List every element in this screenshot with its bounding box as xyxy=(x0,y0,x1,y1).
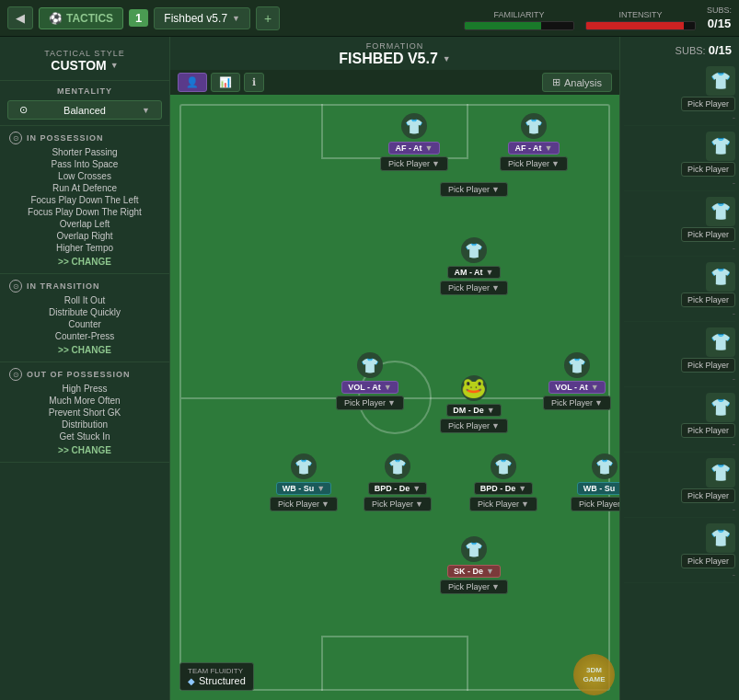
tactical-style-value[interactable]: CUSTOM ▼ xyxy=(9,58,160,73)
player-role-sk[interactable]: SK - De ▼ xyxy=(447,565,501,578)
main-layout: TACTICAL STYLE CUSTOM ▼ MENTALITY ⊙ Bala… xyxy=(0,37,739,700)
sub-slot-6: 👕 Pick Player - xyxy=(624,390,735,453)
pick-player-wb2-btn[interactable]: Pick Player ▼ xyxy=(571,497,619,511)
formation-chevron: ▼ xyxy=(443,54,451,63)
watermark-circle: 3DMGAME xyxy=(573,654,615,695)
player-role-bpd2[interactable]: BPD - De ▼ xyxy=(474,482,533,495)
list-item[interactable]: Low Crosses xyxy=(0,170,169,182)
pick-player-af1-btn[interactable]: Pick Player ▼ xyxy=(380,156,448,171)
sub-pick-btn-5[interactable]: Pick Player xyxy=(681,358,735,373)
pick-player-sk-btn[interactable]: Pick Player ▼ xyxy=(440,580,508,594)
player-role-wb2[interactable]: WB - Su ▼ xyxy=(577,482,619,495)
pitch: 👕 AF - At ▼ Pick Player ▼ 👕 AF - At ▼ Pi… xyxy=(170,95,619,700)
formation-name[interactable]: FISHBED V5.7 xyxy=(339,51,438,67)
out-of-possession-title: OUT OF POSSESSION xyxy=(27,370,131,379)
analysis-btn[interactable]: ⊞ Analysis xyxy=(542,73,612,92)
list-item[interactable]: Distribute Quickly xyxy=(0,306,169,318)
player-role-dm[interactable]: DM - De ▼ xyxy=(446,404,501,417)
formation-name-row: FISHBED V5.7 ▼ xyxy=(170,51,619,67)
list-item[interactable]: Much More Often xyxy=(0,395,169,407)
familiarity-group: FAMILIARITY xyxy=(464,10,574,30)
familiarity-label: FAMILIARITY xyxy=(493,10,544,19)
sub-pick-btn-7[interactable]: Pick Player xyxy=(681,488,735,503)
player-role-bpd1[interactable]: BPD - De ▼ xyxy=(368,482,427,495)
tactics-button[interactable]: ⚽ TACTICS xyxy=(39,7,123,29)
info-view-btn[interactable]: ℹ xyxy=(244,73,264,92)
list-item[interactable]: Focus Play Down The Right xyxy=(0,206,169,218)
out-of-possession-items: High Press Much More Often Prevent Short… xyxy=(0,383,169,442)
pick-player-vol2-btn[interactable]: Pick Player ▼ xyxy=(543,396,611,410)
sub-pick-btn-3[interactable]: Pick Player xyxy=(681,227,735,242)
list-item[interactable]: Get Stuck In xyxy=(0,430,169,442)
player-view-btn[interactable]: 👤 xyxy=(178,73,207,92)
list-item[interactable]: Distribution xyxy=(0,419,169,430)
list-item[interactable]: Overlap Right xyxy=(0,230,169,242)
list-item[interactable]: Focus Play Down The Left xyxy=(0,194,169,206)
player-icon-wb2: 👕 xyxy=(592,453,618,479)
back-button[interactable]: ◀ xyxy=(7,6,33,29)
in-possession-icon: ⊙ xyxy=(9,132,22,144)
list-item[interactable]: Counter-Press xyxy=(0,330,169,342)
sub-pick-btn-2[interactable]: Pick Player xyxy=(681,162,735,177)
subs-count: 0/15 xyxy=(708,17,731,30)
sub-pick-btn-6[interactable]: Pick Player xyxy=(681,423,735,438)
in-transition-change-btn[interactable]: >> CHANGE xyxy=(0,342,169,358)
list-item[interactable]: Roll It Out xyxy=(0,294,169,306)
sub-icon-5: 👕 xyxy=(706,327,735,357)
out-of-possession-title-row: ⊙ OUT OF POSSESSION xyxy=(0,366,169,383)
mentality-button[interactable]: ⊙ Balanced ▼ xyxy=(7,100,162,120)
list-item[interactable]: Higher Tempo xyxy=(0,242,169,254)
pick-player-af2-btn[interactable]: Pick Player ▼ xyxy=(500,156,568,171)
sub-slot-3: 👕 Pick Player - xyxy=(624,194,735,257)
pick-player-bpd2-btn[interactable]: Pick Player ▼ xyxy=(469,497,537,511)
player-role-af2[interactable]: AF - At ▼ xyxy=(508,142,559,155)
pick-player-wb1-btn[interactable]: Pick Player ▼ xyxy=(270,497,338,511)
out-of-possession-change-btn[interactable]: >> CHANGE xyxy=(0,442,169,458)
subs-header-count: 0/15 xyxy=(709,43,732,57)
in-possession-change-btn[interactable]: >> CHANGE xyxy=(0,254,169,270)
list-item[interactable]: Counter xyxy=(0,318,169,330)
sub-icon-4: 👕 xyxy=(706,262,735,292)
subs-header: SUBS: 0/15 xyxy=(624,41,735,61)
pitch-penalty-bottom xyxy=(321,636,468,691)
sub-icon-8: 👕 xyxy=(706,523,735,553)
team-fluidity: TEAM FLUIDITY ◆ Structured xyxy=(179,662,254,691)
pick-player-am-btn[interactable]: Pick Player ▼ xyxy=(440,281,508,295)
sub-dash-5: - xyxy=(733,373,735,384)
chevron-down-icon: ▼ xyxy=(232,14,240,23)
pick-player-af-extra-btn[interactable]: Pick Player ▼ xyxy=(440,182,508,197)
sub-pick-btn-1[interactable]: Pick Player xyxy=(681,97,735,111)
formation-name-btn[interactable]: Fishbed v5.7 ▼ xyxy=(154,7,250,29)
player-role-vol2[interactable]: VOL - At ▼ xyxy=(548,381,605,394)
intensity-bar xyxy=(585,21,696,30)
list-item[interactable]: Run At Defence xyxy=(0,182,169,194)
player-icon-vol2: 👕 xyxy=(564,352,590,378)
player-icon-dm: 🐸 xyxy=(461,375,487,401)
mentality-icon: ⊙ xyxy=(19,104,28,116)
pick-player-vol1-btn[interactable]: Pick Player ▼ xyxy=(336,396,404,410)
list-item[interactable]: Shorter Passing xyxy=(0,146,169,158)
player-slot-dm: 🐸 DM - De ▼ Pick Player ▼ xyxy=(440,375,508,433)
in-possession-items: Shorter Passing Pass Into Space Low Cros… xyxy=(0,146,169,254)
pick-player-dm-btn[interactable]: Pick Player ▼ xyxy=(440,419,508,433)
player-role-wb1[interactable]: WB - Su ▼ xyxy=(276,482,331,495)
player-role-am[interactable]: AM - At ▼ xyxy=(447,266,500,279)
list-item[interactable]: Pass Into Space xyxy=(0,158,169,170)
pick-player-bpd1-btn[interactable]: Pick Player ▼ xyxy=(364,497,432,511)
player-slot-af2: 👕 AF - At ▼ Pick Player ▼ xyxy=(500,113,568,171)
list-item[interactable]: Prevent Short GK xyxy=(0,407,169,419)
player-role-af1[interactable]: AF - At ▼ xyxy=(388,142,439,155)
in-possession-title: IN POSSESSION xyxy=(27,133,104,143)
list-item[interactable]: High Press xyxy=(0,383,169,395)
sub-dash-8: - xyxy=(733,569,735,580)
sub-pick-btn-4[interactable]: Pick Player xyxy=(681,293,735,307)
subs-group: SUBS: 0/15 xyxy=(707,6,732,30)
player-role-vol1[interactable]: VOL - At ▼ xyxy=(341,381,398,394)
list-item[interactable]: Overlap Left xyxy=(0,218,169,230)
team-fluidity-value: ◆ Structured xyxy=(188,675,246,686)
sub-pick-btn-8[interactable]: Pick Player xyxy=(681,554,735,568)
player-slot-vol1: 👕 VOL - At ▼ Pick Player ▼ xyxy=(336,352,404,410)
add-tactics-button[interactable]: + xyxy=(256,6,280,30)
sub-slot-8: 👕 Pick Player - xyxy=(624,521,735,583)
stats-view-btn[interactable]: 📊 xyxy=(211,73,240,92)
